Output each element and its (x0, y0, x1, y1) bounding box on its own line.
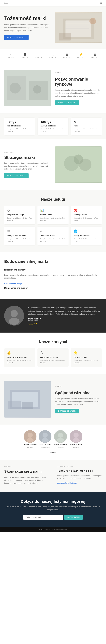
contact-email[interactable]: przykład@przykład.com (57, 482, 77, 484)
icon-item-6[interactable]: ⚡ CONTACT (77, 53, 84, 59)
svg-point-29 (42, 432, 48, 438)
team-role-2: Kierownik biura (40, 447, 50, 448)
service-card-1: ⬡ Projektowanie logo Sample text. Click … (4, 206, 35, 224)
strategy-label: CO ROBIMY (4, 151, 51, 154)
icon-label-6: CONTACT (77, 57, 84, 59)
page-dot-2[interactable] (52, 452, 54, 453)
page-indicator (4, 450, 102, 457)
service-title-3: Strategia marki (74, 214, 99, 216)
contact-icon-6: ⚡ (79, 53, 83, 56)
contact-icon-4: ◷ (51, 53, 54, 56)
icon-item-1[interactable]: ○ CONTACT (8, 53, 15, 59)
logo: logo (4, 2, 8, 4)
contact-icon-7: ⊟ (93, 53, 96, 56)
positioning-description: Lorem ipsum dolor sit amet, consectetur … (55, 89, 102, 98)
benefit-title-2: Oszczędność czasu (40, 356, 66, 358)
services-section: Nasze usługi ⬡ Projektowanie logo Sample… (0, 190, 106, 252)
building-title: Budowanie silnej marki (4, 259, 102, 264)
service-desc-1: Sample text. Click to select the Text El… (7, 217, 32, 222)
stat-number-1: +7 tys. (7, 120, 32, 124)
newsletter-email-input[interactable] (23, 515, 63, 520)
icons-row: ○ CONTACT ☰ CONTACT ✓ CONTACT ◷ CONTACT … (0, 49, 106, 63)
accordion-title-1: Research and strategy (4, 269, 25, 271)
positioning-cta-button[interactable]: DOWIEDZ SIĘ WIĘCEJ (55, 100, 79, 105)
contact-right: ZADZWOŃ DO NAS Telefon: +1 (324) 987-56-… (53, 460, 106, 492)
service-card-6: 🌐 Usługi Internetowe Sample text. Click … (71, 226, 102, 245)
newsletter-subscribe-button[interactable]: SUBSKRYBUJ (64, 515, 83, 520)
icon-item-2[interactable]: ☰ CONTACT (22, 53, 29, 59)
contact-description: Lorem ipsum dolor sit amet, consectetur … (4, 476, 49, 484)
icon-label-1: CONTACT (8, 57, 15, 59)
accordion-link-wireframe[interactable]: Wireframe and design (4, 282, 102, 285)
stat-desc-2: Sample text. Click to select the Text El… (40, 128, 66, 132)
accordion-content-1: Lorem ipsum dolor sit amet, consectetur … (4, 274, 102, 282)
service-card-3: 🎯 Strategia marki Sample text. Click to … (71, 206, 102, 224)
team-role-1: Selerius (27, 447, 33, 448)
services-grid: ⬡ Projektowanie logo Sample text. Click … (4, 206, 102, 245)
newsletter-title: Dołącz do naszej listy mailingowej (4, 499, 102, 504)
strategy-image (55, 146, 102, 183)
stats-section: +7 tys. Projekty globalne Sample text. C… (0, 114, 106, 140)
testimonial-name: Pavel Iwanow (28, 318, 102, 320)
icon-item-5[interactable]: ⊞ CONTACT (63, 53, 71, 59)
service-desc-4: Sample text. Click to select the Text El… (7, 238, 32, 242)
svg-rect-24 (22, 402, 33, 409)
icon-item-7[interactable]: ⊟ CONTACT (91, 53, 98, 59)
testimonial-text: Semper efficitur efficitur efficitur dap… (28, 306, 102, 325)
positioning-section: O NAS Pozycjonowanie rynkowe Lorem ipsum… (0, 63, 106, 114)
accordion-expand-icon-1: + (100, 269, 102, 272)
team-name-4: JENNIE CLARKE (70, 444, 82, 446)
icon-label-7: CONTACT (91, 57, 98, 59)
team-role-3: Pryzapust (57, 447, 64, 448)
visual-cta-button[interactable]: DOWIEDZ SIĘ WIĘCEJ (55, 409, 79, 414)
contact-title: Skontaktuj się z nami (4, 469, 49, 474)
accordion-item-1[interactable]: Research and strategy + (4, 266, 102, 274)
visual-description: Lorem ipsum dolor sit amet, consectetur … (55, 397, 102, 406)
svg-point-33 (57, 438, 64, 442)
benefits-section: Nasze korzyści 💰 Efektywność kosztowa Sa… (0, 332, 106, 374)
testimonial-quote: Semper efficitur efficitur efficitur dap… (28, 306, 102, 316)
page-dot-1[interactable] (50, 452, 51, 453)
footer-text: Copyright © Click to select the Text Ele… (38, 529, 68, 530)
svg-rect-23 (8, 400, 21, 409)
service-icon-6: 🌐 (74, 230, 99, 233)
contact-label: KONTAKT (4, 466, 49, 468)
stat-card-1: +7 tys. Projekty globalne Sample text. C… (4, 118, 35, 135)
contact-icon-2: ☰ (24, 53, 27, 56)
svg-point-6 (89, 18, 96, 24)
accordion-expand-icon-2: + (100, 287, 102, 290)
stat-desc-3: Sample text. Click to select the Text El… (74, 128, 99, 132)
accordion-item-2[interactable]: Maintenance and support + (4, 285, 102, 292)
hero-title: Tożsamość marki (4, 15, 51, 22)
icon-item-4[interactable]: ◷ CONTACT (49, 53, 57, 59)
contact-icon-3: ✓ (38, 53, 40, 56)
team-member-3: JENNIE ROBERTS Pryzapust (54, 430, 67, 448)
service-title-2: Badanie rynku (40, 214, 66, 216)
testimonial-avatar (4, 306, 24, 326)
building-section: Budowanie silnej marki Research and stra… (0, 252, 106, 299)
accordion: Research and strategy + Lorem ipsum dolo… (4, 266, 102, 292)
navigation: logo ≡ (0, 0, 106, 6)
icon-label-2: CONTACT (22, 57, 29, 59)
benefit-desc-3: Sample text. Click to select the Text El… (74, 360, 99, 364)
visual-image (4, 381, 51, 418)
team-name-3: JENNIE ROBERTS (54, 444, 67, 446)
strategy-cta-button[interactable]: DOWIEDZ SIĘ WIĘCEJ (4, 173, 29, 178)
service-title-1: Projektowanie logo (7, 214, 32, 216)
visual-label: O NAS (55, 385, 102, 388)
strategy-title: Strategia marki (4, 155, 51, 160)
page-dot-3[interactable] (55, 452, 56, 453)
contact-left: KONTAKT Skontaktuj się z nami Lorem ipsu… (0, 460, 53, 492)
hamburger-icon[interactable]: ≡ (100, 2, 102, 5)
hero-section: Tożsamość marki Lorem ipsum dolor sit am… (0, 6, 106, 49)
svg-rect-7 (59, 33, 71, 40)
icon-item-3[interactable]: ✓ CONTACT (35, 53, 43, 59)
testimonial-role: Studio efecto (28, 320, 102, 322)
team-avatar-4 (70, 430, 82, 443)
service-desc-3: Sample text. Click to select the Text El… (74, 217, 99, 222)
team-name-2: PALKA MATTIE (39, 444, 51, 446)
benefit-icon-3: ⭐ (74, 351, 99, 355)
positioning-label: O NAS (55, 71, 102, 74)
hero-cta-button[interactable]: DOWIEDZ SIĘ WIĘCEJ (4, 35, 29, 40)
team-row: BERTIE NORTON Selerius PALKA MATTIE Kier… (4, 430, 102, 448)
